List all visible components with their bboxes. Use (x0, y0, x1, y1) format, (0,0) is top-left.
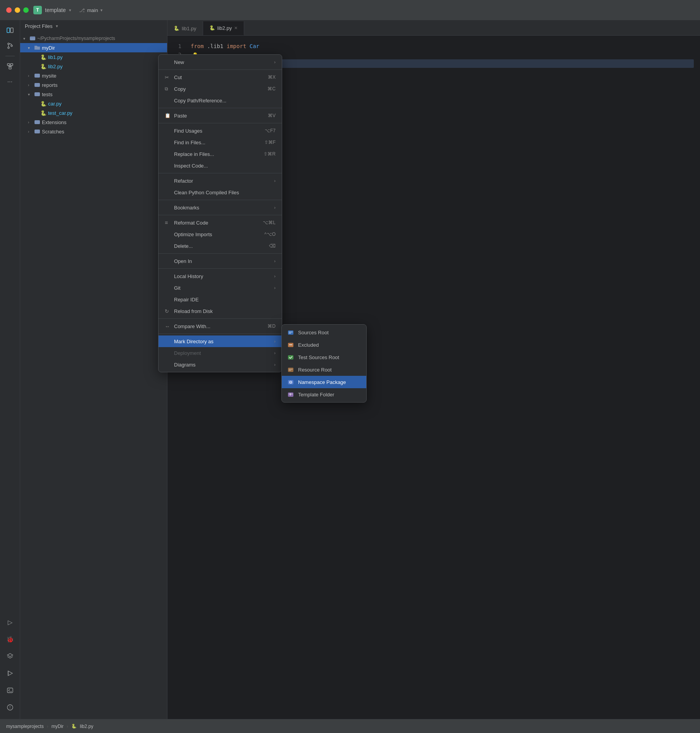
titlebar: T template ▾ ⎇ main ▾ (0, 0, 700, 20)
findinfiles-shortcut: ⇧⌘F (264, 140, 276, 145)
dropdown-icon: ▾ (69, 8, 71, 13)
menu-item-inspectcode[interactable]: Inspect Code... (159, 160, 282, 171)
tab-lib1-py-icon: 🐍 (174, 26, 179, 31)
menu-findinfiles-label: Find in Files... (174, 140, 205, 145)
minimize-button[interactable] (15, 7, 20, 13)
menu-item-bookmarks[interactable]: Bookmarks › (159, 202, 282, 213)
tree-item-mysite[interactable]: › mysite (20, 71, 167, 80)
namespacepackage-icon (287, 379, 294, 386)
menu-item-openin[interactable]: Open In › (159, 255, 282, 267)
mydir-folder-icon (34, 44, 40, 52)
menu-item-copy[interactable]: ⧉ Copy ⌘C (159, 83, 282, 95)
paste-icon: 📋 (165, 113, 171, 118)
file-panel: Project Files ▾ ▾ ~/PycharmProjects/mysa… (20, 20, 167, 719)
tab-lib2-close[interactable]: ✕ (234, 26, 238, 31)
menu-repairide-label: Repair IDE (174, 297, 199, 303)
menu-item-localhistory[interactable]: Local History › (159, 270, 282, 282)
sep-4 (159, 173, 282, 173)
menu-item-reformatcode[interactable]: ≡ Reformat Code ⌥⌘L (159, 217, 282, 228)
menu-item-paste[interactable]: 📋 Paste ⌘V (159, 110, 282, 121)
tree-item-car[interactable]: 🐍 car.py (20, 99, 167, 108)
menu-item-repairide[interactable]: Repair IDE (159, 294, 282, 305)
menu-item-refactor[interactable]: Refactor › (159, 175, 282, 187)
menu-item-git[interactable]: Git › (159, 282, 282, 294)
sidebar-icon-layers[interactable] (3, 649, 17, 663)
sep-9 (159, 318, 282, 319)
sep-1 (159, 69, 282, 70)
menu-item-findusages[interactable]: Find Usages ⌥F7 (159, 125, 282, 137)
status-py-icon: 🐍 (71, 724, 77, 729)
branch-chevron-icon: ▾ (100, 8, 103, 13)
sidebar-icon-problems[interactable]: ! (3, 700, 17, 714)
submenu-markdiras: Sources Root Excluded Test Sources Root … (281, 324, 367, 403)
sidebar-icon-terminal[interactable] (3, 683, 17, 697)
submenu-item-excluded[interactable]: Excluded (282, 339, 366, 351)
mydir-label: myDir (42, 45, 55, 51)
line-num-1: 1 (174, 42, 181, 50)
car-label: car.py (48, 101, 62, 107)
menu-item-diagrams[interactable]: Diagrams › (159, 359, 282, 370)
reload-icon: ↻ (165, 308, 171, 314)
tree-item-lib1[interactable]: 🐍 lib1.py (20, 52, 167, 62)
tree-root[interactable]: ▾ ~/PycharmProjects/mysampleprojects (20, 34, 167, 43)
reports-label: reports (42, 82, 57, 88)
statusbar: mysampleprojects › myDir › 🐍 lib2.py (0, 719, 700, 733)
menu-git-label: Git (174, 285, 181, 291)
root-label: ~/PycharmProjects/mysampleprojects (37, 36, 115, 41)
context-menu: New › ✂ Cut ⌘X ⧉ Copy ⌘C Copy Path/Refer… (158, 54, 282, 372)
menu-item-optimizeimports[interactable]: Optimize Imports ^⌥O (159, 228, 282, 240)
tree-item-lib2[interactable]: 🐍 lib2.py (20, 62, 167, 71)
menu-item-markdiras[interactable]: Mark Directory as › (159, 335, 282, 347)
tab-lib2[interactable]: 🐍 lib2.py ✕ (203, 21, 245, 35)
menu-item-new[interactable]: New › (159, 56, 282, 68)
sidebar-icon-run[interactable]: ▷ (3, 615, 17, 629)
submenu-item-resourceroot[interactable]: Resource Root (282, 363, 366, 376)
maximize-button[interactable] (23, 7, 29, 13)
menu-comparewith-label: Compare With... (174, 323, 210, 329)
tree-item-testcar[interactable]: 🐍 test_car.py (20, 108, 167, 118)
menu-cleanpyc-label: Clean Python Compiled Files (174, 190, 239, 195)
menu-item-findinfiles[interactable]: Find in Files... ⇧⌘F (159, 137, 282, 148)
sidebar-icon-deploy[interactable] (3, 666, 17, 680)
menu-item-cut[interactable]: ✂ Cut ⌘X (159, 71, 282, 83)
compare-icon: ↔ (165, 323, 171, 329)
submenu-item-templatefolder[interactable]: Template Folder (282, 388, 366, 401)
menu-item-delete[interactable]: Delete... ⌫ (159, 240, 282, 252)
tests-folder-icon (34, 91, 40, 98)
submenu-item-testsourcesroot[interactable]: Test Sources Root (282, 351, 366, 363)
status-sep2: › (67, 724, 68, 729)
reformatcode-shortcut: ⌥⌘L (263, 220, 276, 225)
menu-deployment-label: Deployment (174, 350, 201, 356)
submenu-item-namespacepackage[interactable]: Namespace Package (282, 376, 366, 388)
testcar-py-icon: 🐍 (40, 110, 47, 116)
menu-refactor-label: Refactor (174, 178, 193, 184)
menu-reloadfromdisk-label: Reload from Disk (174, 308, 213, 314)
markdiras-arrow-icon: › (274, 339, 276, 344)
tab-lib1[interactable]: 🐍 lib1.py (167, 21, 203, 35)
menu-item-copypath[interactable]: Copy Path/Reference... (159, 95, 282, 106)
menu-markdiras-label: Mark Directory as (174, 339, 214, 344)
menu-item-comparewith[interactable]: ↔ Compare With... ⌘D (159, 320, 282, 332)
app-name-label: template (45, 7, 66, 13)
menu-item-replaceinfiles[interactable]: Replace in Files... ⇧⌘R (159, 148, 282, 160)
lib1-py-icon: 🐍 (40, 54, 47, 60)
tree-item-mydir[interactable]: ▾ myDir (20, 43, 167, 52)
resourceroot-icon (287, 366, 294, 373)
branch-icon: ⎇ (79, 7, 85, 13)
scratches-label: Scratches (42, 129, 64, 135)
paste-shortcut: ⌘V (268, 113, 276, 118)
sidebar-icon-debug[interactable]: 🐞 (3, 632, 17, 646)
mysite-folder-icon (34, 72, 40, 80)
tests-label: tests (42, 92, 52, 97)
tree-item-scratches[interactable]: › Scratches (20, 127, 167, 136)
submenu-item-sourcesroot[interactable]: Sources Root (282, 326, 366, 339)
tree-item-reports[interactable]: › reports (20, 80, 167, 90)
close-button[interactable] (6, 7, 12, 13)
testcar-label: test_car.py (48, 110, 72, 116)
menu-item-reloadfromdisk[interactable]: ↻ Reload from Disk (159, 305, 282, 317)
tree-item-tests[interactable]: ▾ tests (20, 90, 167, 99)
reports-folder-icon (34, 81, 40, 89)
namespacepackage-label: Namespace Package (298, 379, 346, 385)
menu-item-cleanpyc[interactable]: Clean Python Compiled Files (159, 187, 282, 198)
tree-item-extensions[interactable]: › Extensions (20, 118, 167, 127)
